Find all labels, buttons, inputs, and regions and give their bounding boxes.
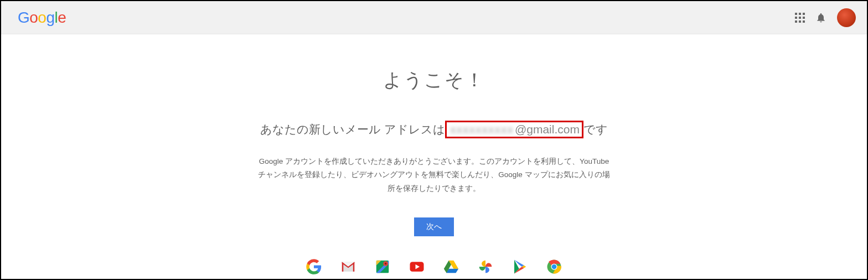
photos-icon[interactable] (476, 257, 495, 276)
google-g-icon[interactable] (304, 257, 323, 276)
email-highlight-box: xxxxxxxxxx @gmail.com (445, 121, 583, 138)
next-button[interactable]: 次へ (414, 217, 454, 236)
google-logo[interactable]: Google (18, 9, 66, 27)
header-bar: Google (1, 1, 867, 34)
drive-icon[interactable] (442, 257, 461, 276)
email-line: あなたの新しいメール アドレスは xxxxxxxxxx @gmail.com で… (240, 121, 628, 138)
gmail-icon[interactable] (339, 257, 358, 276)
description-text: Google アカウントを作成していただきありがとうございます。このアカウントを… (257, 155, 611, 195)
svg-point-2 (385, 263, 386, 265)
welcome-heading: ようこそ！ (240, 68, 628, 93)
svg-point-6 (552, 265, 557, 269)
account-avatar[interactable] (837, 8, 856, 27)
chrome-icon[interactable] (545, 257, 564, 276)
product-icon-row (240, 257, 628, 276)
main-content: ようこそ！ あなたの新しいメール アドレスは xxxxxxxxxx @gmail… (1, 34, 867, 279)
email-suffix-text: です (583, 122, 608, 137)
youtube-icon[interactable] (407, 257, 426, 276)
email-domain: @gmail.com (515, 123, 580, 136)
notifications-bell-icon[interactable] (815, 12, 827, 24)
apps-grid-icon[interactable] (795, 13, 805, 23)
email-prefix-text: あなたの新しいメール アドレスは (260, 122, 445, 137)
maps-icon[interactable] (373, 257, 392, 276)
email-local-blurred: xxxxxxxxxx (449, 123, 515, 136)
play-icon[interactable] (510, 257, 529, 276)
